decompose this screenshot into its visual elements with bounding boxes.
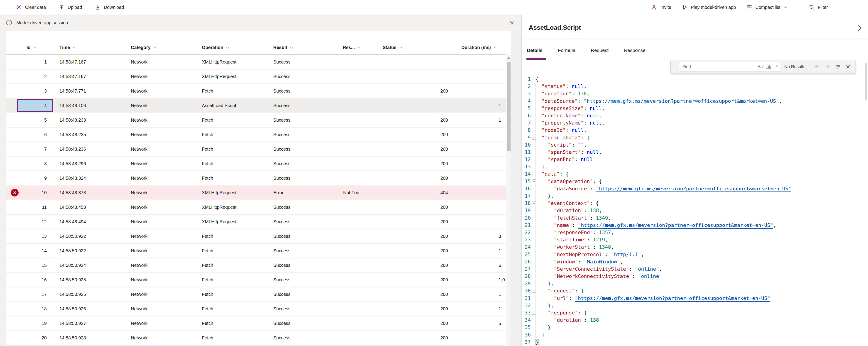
scrollbar-up-arrow-icon[interactable] bbox=[507, 57, 510, 59]
code-text: "window": "MainWindow", bbox=[535, 258, 623, 265]
regex-icon[interactable]: .* bbox=[775, 64, 778, 69]
code-line[interactable]: 25"nextHopProtocol": "http/1.1", bbox=[522, 251, 868, 258]
code-line[interactable]: 20"fetchStart": 1349, bbox=[522, 214, 868, 222]
code-line[interactable]: 8"nodeId": null, bbox=[522, 126, 868, 134]
find-next-icon[interactable] bbox=[825, 64, 830, 69]
filter-button[interactable]: Filter bbox=[809, 4, 828, 10]
code-line[interactable]: 19"duration": 138, bbox=[522, 207, 868, 214]
tab-response[interactable]: Response bbox=[624, 48, 646, 53]
code-line[interactable]: 7"propertyName": null, bbox=[522, 119, 868, 126]
cell-result: Success bbox=[273, 113, 290, 127]
code-line[interactable]: 34"duration": 138 bbox=[522, 317, 868, 324]
indent-guide bbox=[548, 185, 554, 193]
code-line[interactable]: 26"window": "MainWindow", bbox=[522, 258, 868, 265]
code-line[interactable]: 29}, bbox=[522, 280, 868, 287]
find-input[interactable]: Find Aa ab .* bbox=[679, 62, 780, 71]
play-app-button[interactable]: Play model-driven app bbox=[682, 4, 736, 10]
compact-list-dropdown[interactable]: Compact list bbox=[746, 4, 788, 10]
table-row[interactable]: 1914:58:50.927NetworkFetchSuccess2005 bbox=[6, 317, 506, 330]
upload-button[interactable]: Upload bbox=[59, 4, 82, 10]
code-line[interactable]: 2"status": null, bbox=[522, 83, 868, 90]
code-line[interactable]: 12"spanEnd": null bbox=[522, 156, 868, 163]
match-case-icon[interactable]: Aa bbox=[757, 64, 763, 69]
cell-operation: Fetch bbox=[202, 287, 213, 301]
column-header-operation[interactable]: Operation bbox=[202, 45, 229, 50]
table-row[interactable]: 714:58:48.236NetworkFetchSuccess200 bbox=[6, 142, 506, 156]
chevron-right-icon[interactable] bbox=[857, 24, 862, 32]
code-line[interactable]: 32}, bbox=[522, 302, 868, 309]
column-header-result[interactable]: Result bbox=[273, 45, 293, 50]
code-line[interactable]: 36} bbox=[522, 331, 868, 339]
invite-button[interactable]: Invite bbox=[651, 4, 671, 10]
code-line[interactable]: 37} bbox=[522, 339, 868, 346]
column-header-duration[interactable]: Duration (ms) bbox=[461, 45, 497, 50]
code-line[interactable]: 16"dataSource": "https://mem.gfx.ms/meve… bbox=[522, 185, 868, 193]
table-scrollbar[interactable] bbox=[506, 55, 511, 346]
column-header-time[interactable]: Time bbox=[59, 45, 76, 50]
code-line[interactable]: 15−"dataOperation": { bbox=[522, 178, 868, 185]
cell-id: 2 bbox=[13, 70, 47, 83]
table-row[interactable]: 114:58:47.167NetworkXMLHttpRequestSucces… bbox=[6, 55, 506, 69]
table-row[interactable]: 1314:58:50.922NetworkFetchSuccess2003 bbox=[6, 229, 506, 243]
find-previous-icon[interactable] bbox=[814, 64, 820, 69]
download-button[interactable]: Download bbox=[95, 4, 124, 10]
table-row[interactable]: 1614:58:50.925NetworkFetchSuccess2001,0 bbox=[6, 273, 506, 287]
code-line[interactable]: 10"script": "", bbox=[522, 141, 868, 149]
table-row[interactable]: 614:58:48.235NetworkFetchSuccess200 bbox=[6, 128, 506, 141]
code-line[interactable]: 14−"data": { bbox=[522, 170, 868, 178]
code-line[interactable]: 18−"eventContext": { bbox=[522, 200, 868, 207]
cell-duration: 3 bbox=[499, 229, 506, 243]
code-line[interactable]: 28"NetworkConnectivityState": "online" bbox=[522, 273, 868, 280]
tab-details[interactable]: Details bbox=[527, 48, 542, 53]
table-row[interactable]: 1214:58:48.494NetworkXMLHttpRequestSucce… bbox=[6, 215, 506, 228]
table-row[interactable]: 1714:58:50.925NetworkFetchSuccess2001 bbox=[6, 287, 506, 301]
column-header-category[interactable]: Category bbox=[131, 45, 157, 50]
table-row[interactable]: 1114:58:48.453NetworkXMLHttpRequestSucce… bbox=[6, 200, 506, 214]
code-line[interactable]: 31"url": "https://mem.gfx.ms/meversion?p… bbox=[522, 295, 868, 302]
table-row[interactable]: 1514:58:50.924NetworkFetchSuccess2006 bbox=[6, 258, 506, 272]
editor-scrollbar-thumb[interactable] bbox=[865, 63, 867, 100]
cell-operation: Fetch bbox=[202, 273, 213, 287]
code-line[interactable]: 4"dataSource": "https://mem.gfx.ms/mever… bbox=[522, 97, 868, 105]
close-icon[interactable] bbox=[509, 20, 515, 25]
tab-request[interactable]: Request bbox=[591, 48, 609, 53]
code-line[interactable]: 3"duration": 138, bbox=[522, 90, 868, 97]
column-header-id[interactable]: Id bbox=[27, 45, 37, 50]
table-row[interactable]: 1414:58:50.922NetworkFetchSuccess2001 bbox=[6, 244, 506, 258]
tab-formula[interactable]: Formula bbox=[558, 48, 576, 53]
line-number: 10 bbox=[522, 141, 531, 149]
table-row[interactable]: 414:58:48.106NetworkAssetLoad.ScriptSucc… bbox=[6, 99, 506, 112]
indent-guide bbox=[535, 170, 541, 178]
code-line[interactable]: 33−"response": { bbox=[522, 309, 868, 317]
table-row[interactable]: 814:58:48.296NetworkFetchSuccess200 bbox=[6, 157, 506, 170]
table-row[interactable]: 1814:58:50.926NetworkFetchSuccess2001 bbox=[6, 302, 506, 316]
column-header-reason[interactable]: Res... bbox=[343, 45, 361, 50]
code-line[interactable]: 6"controlName": null, bbox=[522, 112, 868, 119]
code-line[interactable]: 9−"formulaData": { bbox=[522, 134, 868, 141]
table-row[interactable]: 1014:58:48.378NetworkXMLHttpRequestError… bbox=[6, 186, 506, 199]
code-line[interactable]: 1−{ bbox=[522, 76, 868, 83]
code-line[interactable]: 24"workerStart": 1348, bbox=[522, 243, 868, 251]
table-row[interactable]: 2014:58:50.928NetworkFetchSuccess200 bbox=[6, 331, 506, 345]
column-header-status[interactable]: Status bbox=[383, 45, 403, 50]
table-row[interactable]: 214:58:47.167NetworkXMLHttpRequestSucces… bbox=[6, 70, 506, 83]
code-line[interactable]: 21"name": "https://mem.gfx.ms/meversion?… bbox=[522, 222, 868, 229]
code-line[interactable]: 23"startTime": 1219, bbox=[522, 236, 868, 243]
code-line[interactable]: 11"spanStart": null, bbox=[522, 149, 868, 156]
code-line[interactable]: 35} bbox=[522, 324, 868, 331]
code-line[interactable]: 17}, bbox=[522, 193, 868, 200]
table-row[interactable]: 914:58:48.324NetworkFetchSuccess200 bbox=[6, 171, 506, 185]
whole-word-icon[interactable]: ab bbox=[766, 64, 771, 69]
find-in-selection-icon[interactable] bbox=[835, 64, 841, 69]
close-icon[interactable] bbox=[845, 64, 850, 69]
table-row[interactable]: 314:58:47.771NetworkFetchSuccess200 bbox=[6, 84, 506, 98]
code-line[interactable]: 22"responseEnd": 1357, bbox=[522, 229, 868, 236]
code-line[interactable]: 27"ServerConnectivityState": "online", bbox=[522, 265, 868, 273]
clear-data-button[interactable]: Clear data bbox=[16, 4, 46, 10]
code-line[interactable]: 5"responseSize": null, bbox=[522, 105, 868, 112]
scrollbar-thumb[interactable] bbox=[507, 62, 510, 151]
indent-guide bbox=[548, 214, 554, 222]
code-line[interactable]: 30−"request": { bbox=[522, 287, 868, 294]
code-line[interactable]: 13}, bbox=[522, 163, 868, 170]
table-row[interactable]: 514:58:48.233NetworkFetchSuccess2001 bbox=[6, 113, 506, 127]
